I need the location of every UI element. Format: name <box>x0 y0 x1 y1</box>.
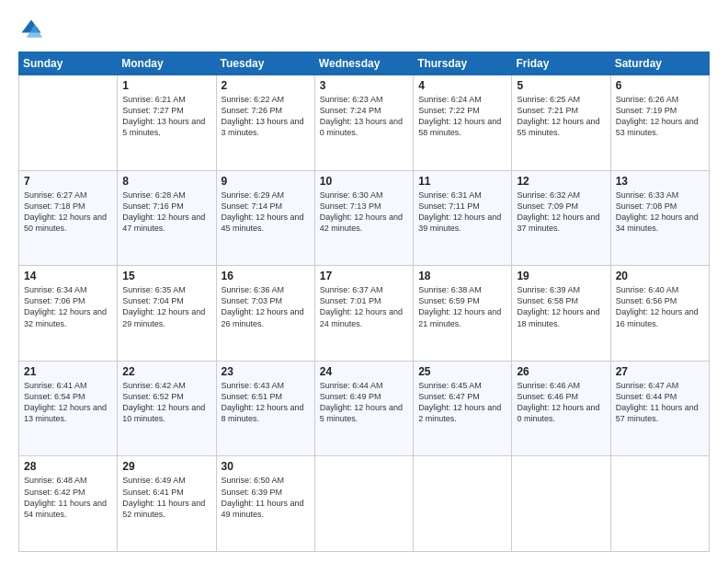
cell-info: Sunrise: 6:45 AMSunset: 6:47 PMDaylight:… <box>418 380 506 425</box>
cell-info: Sunrise: 6:32 AMSunset: 7:09 PMDaylight:… <box>517 190 605 235</box>
day-number: 29 <box>122 460 210 473</box>
header <box>18 17 710 42</box>
day-number: 12 <box>517 175 605 188</box>
logo-icon <box>18 17 44 42</box>
day-number: 27 <box>616 365 704 378</box>
day-number: 3 <box>320 79 408 92</box>
calendar-cell: 3Sunrise: 6:23 AMSunset: 7:24 PMDaylight… <box>314 75 413 171</box>
cell-info: Sunrise: 6:31 AMSunset: 7:11 PMDaylight:… <box>418 190 506 235</box>
day-number: 16 <box>222 270 310 282</box>
calendar: SundayMondayTuesdayWednesdayThursdayFrid… <box>18 52 710 552</box>
day-number: 25 <box>418 365 506 378</box>
calendar-cell: 4Sunrise: 6:24 AMSunset: 7:22 PMDaylight… <box>414 75 512 171</box>
day-number: 21 <box>24 365 112 378</box>
day-number: 26 <box>517 365 605 378</box>
calendar-cell: 5Sunrise: 6:25 AMSunset: 7:21 PMDaylight… <box>512 75 610 171</box>
cell-info: Sunrise: 6:47 AMSunset: 6:44 PMDaylight:… <box>616 380 704 425</box>
calendar-cell: 26Sunrise: 6:46 AMSunset: 6:46 PMDayligh… <box>512 361 610 456</box>
day-number: 24 <box>320 365 408 378</box>
calendar-cell: 6Sunrise: 6:26 AMSunset: 7:19 PMDaylight… <box>610 75 709 171</box>
day-number: 13 <box>616 175 704 188</box>
calendar-cell: 27Sunrise: 6:47 AMSunset: 6:44 PMDayligh… <box>610 361 709 456</box>
day-number: 7 <box>24 175 112 188</box>
cell-info: Sunrise: 6:27 AMSunset: 7:18 PMDaylight:… <box>24 190 112 235</box>
col-header-wednesday: Wednesday <box>314 52 413 75</box>
week-row-1: 7Sunrise: 6:27 AMSunset: 7:18 PMDaylight… <box>19 170 710 266</box>
cell-info: Sunrise: 6:28 AMSunset: 7:16 PMDaylight:… <box>122 190 210 235</box>
calendar-cell <box>512 456 610 552</box>
cell-info: Sunrise: 6:29 AMSunset: 7:14 PMDaylight:… <box>222 190 310 235</box>
cell-info: Sunrise: 6:49 AMSunset: 6:41 PMDaylight:… <box>122 475 210 520</box>
calendar-cell <box>610 456 709 552</box>
cell-info: Sunrise: 6:43 AMSunset: 6:51 PMDaylight:… <box>222 380 310 425</box>
calendar-cell: 22Sunrise: 6:42 AMSunset: 6:52 PMDayligh… <box>118 361 216 456</box>
day-number: 23 <box>222 365 310 378</box>
cell-info: Sunrise: 6:25 AMSunset: 7:21 PMDaylight:… <box>517 94 605 139</box>
page: SundayMondayTuesdayWednesdayThursdayFrid… <box>0 0 728 563</box>
calendar-cell: 13Sunrise: 6:33 AMSunset: 7:08 PMDayligh… <box>610 170 709 266</box>
calendar-cell: 18Sunrise: 6:38 AMSunset: 6:59 PMDayligh… <box>414 266 512 362</box>
calendar-cell <box>314 456 413 552</box>
day-number: 17 <box>320 270 408 282</box>
cell-info: Sunrise: 6:22 AMSunset: 7:26 PMDaylight:… <box>222 94 310 139</box>
calendar-cell: 29Sunrise: 6:49 AMSunset: 6:41 PMDayligh… <box>118 456 216 552</box>
calendar-cell: 7Sunrise: 6:27 AMSunset: 7:18 PMDaylight… <box>19 170 118 266</box>
calendar-cell: 17Sunrise: 6:37 AMSunset: 7:01 PMDayligh… <box>314 266 413 362</box>
calendar-cell: 20Sunrise: 6:40 AMSunset: 6:56 PMDayligh… <box>610 266 709 362</box>
week-row-0: 1Sunrise: 6:21 AMSunset: 7:27 PMDaylight… <box>19 75 710 171</box>
day-number: 14 <box>24 270 112 282</box>
calendar-cell: 30Sunrise: 6:50 AMSunset: 6:39 PMDayligh… <box>216 456 314 552</box>
week-row-4: 28Sunrise: 6:48 AMSunset: 6:42 PMDayligh… <box>19 456 710 552</box>
day-number: 30 <box>222 460 310 473</box>
calendar-cell: 8Sunrise: 6:28 AMSunset: 7:16 PMDaylight… <box>118 170 216 266</box>
day-number: 11 <box>418 175 506 188</box>
day-number: 2 <box>222 79 310 92</box>
logo <box>18 17 48 42</box>
day-number: 10 <box>320 175 408 188</box>
calendar-cell: 11Sunrise: 6:31 AMSunset: 7:11 PMDayligh… <box>414 170 512 266</box>
calendar-cell: 14Sunrise: 6:34 AMSunset: 7:06 PMDayligh… <box>19 266 118 362</box>
day-number: 20 <box>616 270 704 282</box>
calendar-cell: 24Sunrise: 6:44 AMSunset: 6:49 PMDayligh… <box>314 361 413 456</box>
cell-info: Sunrise: 6:35 AMSunset: 7:04 PMDaylight:… <box>122 284 210 329</box>
day-number: 8 <box>122 175 210 188</box>
col-header-thursday: Thursday <box>414 52 512 75</box>
cell-info: Sunrise: 6:26 AMSunset: 7:19 PMDaylight:… <box>616 94 704 139</box>
calendar-cell: 15Sunrise: 6:35 AMSunset: 7:04 PMDayligh… <box>118 266 216 362</box>
calendar-cell <box>414 456 512 552</box>
cell-info: Sunrise: 6:36 AMSunset: 7:03 PMDaylight:… <box>222 284 310 329</box>
cell-info: Sunrise: 6:48 AMSunset: 6:42 PMDaylight:… <box>24 475 112 520</box>
calendar-cell: 10Sunrise: 6:30 AMSunset: 7:13 PMDayligh… <box>314 170 413 266</box>
day-number: 19 <box>517 270 605 282</box>
calendar-cell: 2Sunrise: 6:22 AMSunset: 7:26 PMDaylight… <box>216 75 314 171</box>
calendar-cell: 19Sunrise: 6:39 AMSunset: 6:58 PMDayligh… <box>512 266 610 362</box>
cell-info: Sunrise: 6:33 AMSunset: 7:08 PMDaylight:… <box>616 190 704 235</box>
week-row-2: 14Sunrise: 6:34 AMSunset: 7:06 PMDayligh… <box>19 266 710 362</box>
calendar-cell: 23Sunrise: 6:43 AMSunset: 6:51 PMDayligh… <box>216 361 314 456</box>
col-header-saturday: Saturday <box>610 52 709 75</box>
day-number: 15 <box>122 270 210 282</box>
cell-info: Sunrise: 6:44 AMSunset: 6:49 PMDaylight:… <box>320 380 408 425</box>
day-number: 28 <box>24 460 112 473</box>
day-number: 1 <box>122 79 210 92</box>
day-number: 18 <box>418 270 506 282</box>
cell-info: Sunrise: 6:23 AMSunset: 7:24 PMDaylight:… <box>320 94 408 139</box>
cell-info: Sunrise: 6:46 AMSunset: 6:46 PMDaylight:… <box>517 380 605 425</box>
cell-info: Sunrise: 6:37 AMSunset: 7:01 PMDaylight:… <box>320 284 408 329</box>
col-header-monday: Monday <box>118 52 216 75</box>
cell-info: Sunrise: 6:24 AMSunset: 7:22 PMDaylight:… <box>418 94 506 139</box>
col-header-tuesday: Tuesday <box>216 52 314 75</box>
cell-info: Sunrise: 6:41 AMSunset: 6:54 PMDaylight:… <box>24 380 112 425</box>
col-header-friday: Friday <box>512 52 610 75</box>
calendar-cell: 12Sunrise: 6:32 AMSunset: 7:09 PMDayligh… <box>512 170 610 266</box>
cell-info: Sunrise: 6:42 AMSunset: 6:52 PMDaylight:… <box>122 380 210 425</box>
calendar-cell <box>19 75 118 171</box>
day-number: 5 <box>517 79 605 92</box>
calendar-header-row: SundayMondayTuesdayWednesdayThursdayFrid… <box>19 52 710 75</box>
calendar-cell: 1Sunrise: 6:21 AMSunset: 7:27 PMDaylight… <box>118 75 216 171</box>
cell-info: Sunrise: 6:50 AMSunset: 6:39 PMDaylight:… <box>222 475 310 520</box>
day-number: 6 <box>616 79 704 92</box>
week-row-3: 21Sunrise: 6:41 AMSunset: 6:54 PMDayligh… <box>19 361 710 456</box>
cell-info: Sunrise: 6:21 AMSunset: 7:27 PMDaylight:… <box>122 94 210 139</box>
calendar-cell: 21Sunrise: 6:41 AMSunset: 6:54 PMDayligh… <box>19 361 118 456</box>
